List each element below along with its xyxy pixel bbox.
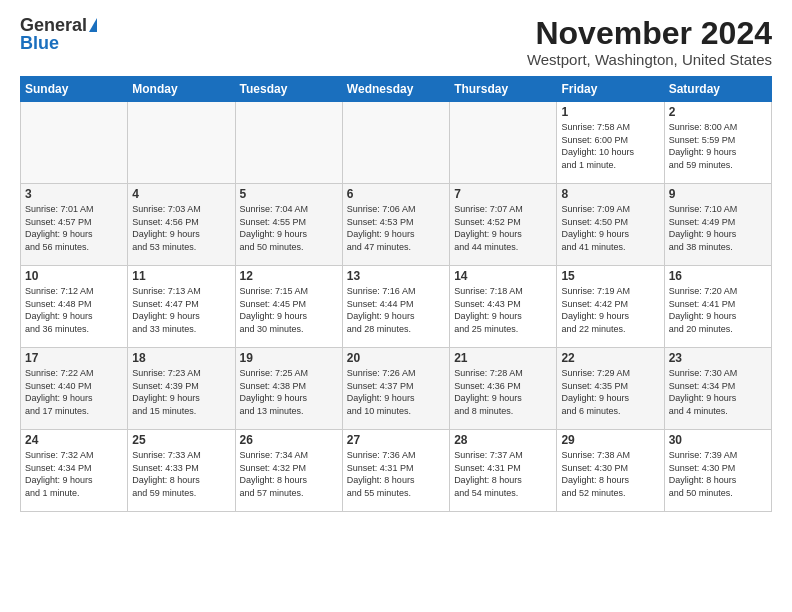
day-number: 5 (240, 187, 338, 201)
calendar-cell: 12Sunrise: 7:15 AM Sunset: 4:45 PM Dayli… (235, 266, 342, 348)
day-number: 20 (347, 351, 445, 365)
calendar-cell: 18Sunrise: 7:23 AM Sunset: 4:39 PM Dayli… (128, 348, 235, 430)
day-info: Sunrise: 8:00 AM Sunset: 5:59 PM Dayligh… (669, 121, 767, 171)
day-info: Sunrise: 7:06 AM Sunset: 4:53 PM Dayligh… (347, 203, 445, 253)
day-number: 29 (561, 433, 659, 447)
day-number: 2 (669, 105, 767, 119)
calendar-cell: 25Sunrise: 7:33 AM Sunset: 4:33 PM Dayli… (128, 430, 235, 512)
calendar-cell: 28Sunrise: 7:37 AM Sunset: 4:31 PM Dayli… (450, 430, 557, 512)
day-info: Sunrise: 7:10 AM Sunset: 4:49 PM Dayligh… (669, 203, 767, 253)
calendar-cell: 8Sunrise: 7:09 AM Sunset: 4:50 PM Daylig… (557, 184, 664, 266)
week-row-4: 17Sunrise: 7:22 AM Sunset: 4:40 PM Dayli… (21, 348, 772, 430)
day-info: Sunrise: 7:37 AM Sunset: 4:31 PM Dayligh… (454, 449, 552, 499)
logo: General Blue (20, 16, 97, 52)
day-number: 3 (25, 187, 123, 201)
day-info: Sunrise: 7:09 AM Sunset: 4:50 PM Dayligh… (561, 203, 659, 253)
calendar-cell: 10Sunrise: 7:12 AM Sunset: 4:48 PM Dayli… (21, 266, 128, 348)
day-number: 30 (669, 433, 767, 447)
month-title: November 2024 (527, 16, 772, 51)
day-number: 6 (347, 187, 445, 201)
day-info: Sunrise: 7:19 AM Sunset: 4:42 PM Dayligh… (561, 285, 659, 335)
calendar-cell: 30Sunrise: 7:39 AM Sunset: 4:30 PM Dayli… (664, 430, 771, 512)
day-number: 14 (454, 269, 552, 283)
day-number: 22 (561, 351, 659, 365)
week-row-1: 1Sunrise: 7:58 AM Sunset: 6:00 PM Daylig… (21, 102, 772, 184)
header-sunday: Sunday (21, 77, 128, 102)
calendar-cell: 6Sunrise: 7:06 AM Sunset: 4:53 PM Daylig… (342, 184, 449, 266)
day-info: Sunrise: 7:07 AM Sunset: 4:52 PM Dayligh… (454, 203, 552, 253)
day-number: 19 (240, 351, 338, 365)
day-number: 12 (240, 269, 338, 283)
day-number: 16 (669, 269, 767, 283)
calendar-table: Sunday Monday Tuesday Wednesday Thursday… (20, 76, 772, 512)
week-row-3: 10Sunrise: 7:12 AM Sunset: 4:48 PM Dayli… (21, 266, 772, 348)
calendar-cell: 7Sunrise: 7:07 AM Sunset: 4:52 PM Daylig… (450, 184, 557, 266)
calendar-cell: 4Sunrise: 7:03 AM Sunset: 4:56 PM Daylig… (128, 184, 235, 266)
day-number: 27 (347, 433, 445, 447)
day-number: 26 (240, 433, 338, 447)
day-info: Sunrise: 7:34 AM Sunset: 4:32 PM Dayligh… (240, 449, 338, 499)
day-info: Sunrise: 7:38 AM Sunset: 4:30 PM Dayligh… (561, 449, 659, 499)
calendar-cell: 13Sunrise: 7:16 AM Sunset: 4:44 PM Dayli… (342, 266, 449, 348)
day-info: Sunrise: 7:33 AM Sunset: 4:33 PM Dayligh… (132, 449, 230, 499)
day-info: Sunrise: 7:12 AM Sunset: 4:48 PM Dayligh… (25, 285, 123, 335)
day-info: Sunrise: 7:32 AM Sunset: 4:34 PM Dayligh… (25, 449, 123, 499)
day-number: 8 (561, 187, 659, 201)
calendar-cell: 15Sunrise: 7:19 AM Sunset: 4:42 PM Dayli… (557, 266, 664, 348)
day-info: Sunrise: 7:26 AM Sunset: 4:37 PM Dayligh… (347, 367, 445, 417)
calendar-cell (128, 102, 235, 184)
calendar-cell: 27Sunrise: 7:36 AM Sunset: 4:31 PM Dayli… (342, 430, 449, 512)
day-number: 15 (561, 269, 659, 283)
day-info: Sunrise: 7:22 AM Sunset: 4:40 PM Dayligh… (25, 367, 123, 417)
calendar-cell: 26Sunrise: 7:34 AM Sunset: 4:32 PM Dayli… (235, 430, 342, 512)
calendar-cell: 22Sunrise: 7:29 AM Sunset: 4:35 PM Dayli… (557, 348, 664, 430)
day-number: 18 (132, 351, 230, 365)
logo-icon (89, 18, 97, 32)
day-info: Sunrise: 7:23 AM Sunset: 4:39 PM Dayligh… (132, 367, 230, 417)
day-info: Sunrise: 7:30 AM Sunset: 4:34 PM Dayligh… (669, 367, 767, 417)
day-info: Sunrise: 7:18 AM Sunset: 4:43 PM Dayligh… (454, 285, 552, 335)
day-info: Sunrise: 7:03 AM Sunset: 4:56 PM Dayligh… (132, 203, 230, 253)
day-number: 7 (454, 187, 552, 201)
calendar-cell: 5Sunrise: 7:04 AM Sunset: 4:55 PM Daylig… (235, 184, 342, 266)
header-wednesday: Wednesday (342, 77, 449, 102)
calendar-cell: 19Sunrise: 7:25 AM Sunset: 4:38 PM Dayli… (235, 348, 342, 430)
day-number: 10 (25, 269, 123, 283)
calendar-cell (235, 102, 342, 184)
day-info: Sunrise: 7:20 AM Sunset: 4:41 PM Dayligh… (669, 285, 767, 335)
calendar-cell: 14Sunrise: 7:18 AM Sunset: 4:43 PM Dayli… (450, 266, 557, 348)
calendar-cell: 9Sunrise: 7:10 AM Sunset: 4:49 PM Daylig… (664, 184, 771, 266)
title-area: November 2024 Westport, Washington, Unit… (527, 16, 772, 68)
day-number: 24 (25, 433, 123, 447)
day-info: Sunrise: 7:04 AM Sunset: 4:55 PM Dayligh… (240, 203, 338, 253)
logo-general: General (20, 16, 87, 34)
day-info: Sunrise: 7:29 AM Sunset: 4:35 PM Dayligh… (561, 367, 659, 417)
calendar-cell: 21Sunrise: 7:28 AM Sunset: 4:36 PM Dayli… (450, 348, 557, 430)
day-number: 9 (669, 187, 767, 201)
calendar-cell: 2Sunrise: 8:00 AM Sunset: 5:59 PM Daylig… (664, 102, 771, 184)
calendar-cell: 16Sunrise: 7:20 AM Sunset: 4:41 PM Dayli… (664, 266, 771, 348)
calendar-cell: 24Sunrise: 7:32 AM Sunset: 4:34 PM Dayli… (21, 430, 128, 512)
calendar-cell: 29Sunrise: 7:38 AM Sunset: 4:30 PM Dayli… (557, 430, 664, 512)
weekday-header-row: Sunday Monday Tuesday Wednesday Thursday… (21, 77, 772, 102)
header: General Blue November 2024 Westport, Was… (20, 16, 772, 68)
day-info: Sunrise: 7:28 AM Sunset: 4:36 PM Dayligh… (454, 367, 552, 417)
header-friday: Friday (557, 77, 664, 102)
calendar-cell: 3Sunrise: 7:01 AM Sunset: 4:57 PM Daylig… (21, 184, 128, 266)
calendar-cell: 17Sunrise: 7:22 AM Sunset: 4:40 PM Dayli… (21, 348, 128, 430)
day-info: Sunrise: 7:36 AM Sunset: 4:31 PM Dayligh… (347, 449, 445, 499)
calendar-cell (342, 102, 449, 184)
day-number: 21 (454, 351, 552, 365)
header-tuesday: Tuesday (235, 77, 342, 102)
day-number: 13 (347, 269, 445, 283)
day-number: 17 (25, 351, 123, 365)
calendar-cell (450, 102, 557, 184)
header-thursday: Thursday (450, 77, 557, 102)
day-number: 4 (132, 187, 230, 201)
calendar-cell: 20Sunrise: 7:26 AM Sunset: 4:37 PM Dayli… (342, 348, 449, 430)
calendar-cell: 11Sunrise: 7:13 AM Sunset: 4:47 PM Dayli… (128, 266, 235, 348)
location-title: Westport, Washington, United States (527, 51, 772, 68)
calendar-cell (21, 102, 128, 184)
day-number: 25 (132, 433, 230, 447)
day-info: Sunrise: 7:13 AM Sunset: 4:47 PM Dayligh… (132, 285, 230, 335)
